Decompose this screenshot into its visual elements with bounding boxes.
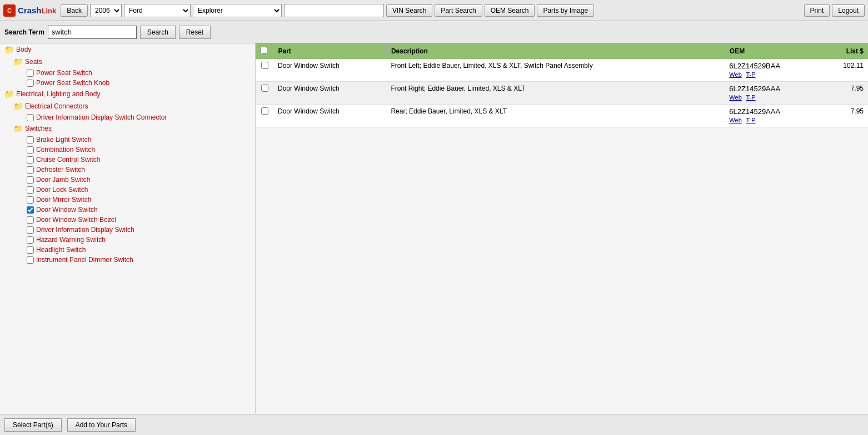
item-combination-switch: Combination Switch — [0, 145, 255, 155]
folder-electrical-connectors[interactable]: 📁 Electrical Connectors — [0, 100, 255, 112]
parts-table-body: Door Window Switch Front Left; Eddie Bau… — [256, 59, 868, 127]
row-checkbox-cell[interactable] — [256, 105, 273, 127]
folder-switches[interactable]: 📁 Switches — [0, 122, 255, 135]
oem-number: 6L2Z14529AAA — [729, 107, 816, 116]
oem-tp-link[interactable]: T-P — [746, 117, 755, 123]
make-select[interactable]: Ford — [124, 4, 191, 17]
select-parts-button[interactable]: Select Part(s) — [4, 418, 62, 432]
checkbox-defroster-switch[interactable] — [27, 166, 34, 174]
label-door-window-switch[interactable]: Door Window Switch — [36, 206, 98, 214]
table-row[interactable]: Door Window Switch Front Left; Eddie Bau… — [256, 59, 868, 82]
search-term-label: Search Term — [4, 28, 44, 36]
folder-electrical[interactable]: 📁 Electrical, Lighting and Body — [0, 88, 255, 100]
model-select[interactable]: Explorer — [193, 4, 282, 17]
folder-electrical-connectors-label[interactable]: Electrical Connectors — [25, 102, 88, 110]
checkbox-headlight-switch[interactable] — [27, 246, 34, 254]
reset-button[interactable]: Reset — [179, 26, 211, 39]
row-price: 102.11 — [821, 59, 868, 82]
label-power-seat-switch[interactable]: Power Seat Switch — [36, 69, 92, 77]
label-door-window-switch-bezel[interactable]: Door Window Switch Bezel — [36, 216, 116, 224]
folder-icon: 📁 — [13, 57, 23, 66]
col-checkbox — [256, 43, 273, 59]
folder-icon: 📁 — [13, 102, 23, 111]
oem-web-link[interactable]: Web — [729, 71, 741, 78]
checkbox-driver-info-display-switch[interactable] — [27, 226, 34, 234]
item-cruise-control-switch: Cruise Control Switch — [0, 155, 255, 165]
checkbox-brake-light-switch[interactable] — [27, 136, 34, 144]
vin-input[interactable] — [284, 4, 384, 17]
row-checkbox-cell[interactable] — [256, 59, 273, 82]
row-description: Front Right; Eddie Bauer, Limited, XLS &… — [386, 82, 725, 105]
table-row[interactable]: Door Window Switch Rear; Eddie Bauer, Li… — [256, 105, 868, 127]
label-door-lock-switch[interactable]: Door Lock Switch — [36, 186, 88, 194]
row-part-name: Door Window Switch — [273, 59, 386, 82]
folder-body[interactable]: 📁 Body — [0, 43, 255, 56]
checkbox-driver-info-display-switch-connector[interactable] — [27, 114, 34, 121]
label-driver-info-display-switch-connector[interactable]: Driver Information Display Switch Connec… — [36, 113, 167, 121]
col-price-header: List $ — [821, 43, 868, 59]
label-cruise-control-switch[interactable]: Cruise Control Switch — [36, 156, 100, 164]
checkbox-door-lock-switch[interactable] — [27, 186, 34, 194]
checkbox-power-seat-switch-knob[interactable] — [27, 80, 34, 87]
oem-web-link[interactable]: Web — [729, 117, 741, 123]
checkbox-hazard-warning-switch[interactable] — [27, 236, 34, 244]
label-door-mirror-switch[interactable]: Door Mirror Switch — [36, 196, 91, 204]
folder-seats[interactable]: 📁 Seats — [0, 56, 255, 68]
part-search-button[interactable]: Part Search — [435, 4, 482, 17]
label-hazard-warning-switch[interactable]: Hazard Warning Switch — [36, 236, 106, 244]
oem-tp-link[interactable]: T-P — [746, 94, 755, 101]
search-button[interactable]: Search — [140, 26, 176, 39]
oem-links: Web T-P — [729, 70, 816, 78]
oem-number: 6L2Z14529AAA — [729, 85, 816, 93]
add-to-parts-button[interactable]: Add to Your Parts — [67, 418, 136, 432]
col-description-header: Description — [386, 43, 725, 59]
checkbox-door-window-switch[interactable] — [27, 206, 34, 214]
label-defroster-switch[interactable]: Defroster Switch — [36, 166, 85, 174]
search-input[interactable] — [48, 26, 137, 39]
row-oem: 6L2Z14529BAA Web T-P — [725, 59, 821, 82]
label-headlight-switch[interactable]: Headlight Switch — [36, 246, 86, 254]
item-brake-light-switch: Brake Light Switch — [0, 135, 255, 145]
year-select[interactable]: 2006 — [90, 4, 122, 17]
header: C CrashLink Back 2006 Ford Explorer VIN … — [0, 0, 868, 21]
checkbox-door-mirror-switch[interactable] — [27, 196, 34, 204]
item-door-lock-switch: Door Lock Switch — [0, 185, 255, 195]
label-driver-info-display-switch[interactable]: Driver Information Display Switch — [36, 226, 134, 234]
vin-search-button[interactable]: VIN Search — [386, 4, 432, 17]
label-brake-light-switch[interactable]: Brake Light Switch — [36, 136, 91, 144]
row-part-name: Door Window Switch — [273, 82, 386, 105]
row-description: Rear; Eddie Bauer, Limited, XLS & XLT — [386, 105, 725, 127]
checkbox-door-window-switch-bezel[interactable] — [27, 216, 34, 224]
row-checkbox[interactable] — [261, 62, 268, 69]
row-checkbox-cell[interactable] — [256, 82, 273, 105]
checkbox-cruise-control-switch[interactable] — [27, 156, 34, 164]
row-checkbox[interactable] — [261, 85, 268, 92]
oem-tp-link[interactable]: T-P — [746, 71, 755, 78]
logout-button[interactable]: Logout — [832, 4, 865, 17]
folder-electrical-label[interactable]: Electrical, Lighting and Body — [16, 90, 100, 98]
checkbox-combination-switch[interactable] — [27, 146, 34, 154]
parts-by-image-button[interactable]: Parts by Image — [537, 4, 594, 17]
folder-body-label[interactable]: Body — [16, 46, 31, 53]
label-instrument-panel-dimmer-switch[interactable]: Instrument Panel Dimmer Switch — [36, 256, 133, 264]
folder-seats-label[interactable]: Seats — [25, 58, 42, 66]
checkbox-power-seat-switch[interactable] — [27, 70, 34, 77]
item-instrument-panel-dimmer-switch: Instrument Panel Dimmer Switch — [0, 255, 255, 265]
item-driver-info-display-switch-connector: Driver Information Display Switch Connec… — [0, 112, 255, 122]
label-door-jamb-switch[interactable]: Door Jamb Switch — [36, 176, 90, 184]
back-button[interactable]: Back — [61, 4, 88, 17]
select-all-checkbox[interactable] — [260, 47, 267, 54]
row-description: Front Left; Eddie Bauer, Limited, XLS & … — [386, 59, 725, 82]
oem-web-link[interactable]: Web — [729, 94, 741, 101]
item-door-jamb-switch: Door Jamb Switch — [0, 175, 255, 185]
table-row[interactable]: Door Window Switch Front Right; Eddie Ba… — [256, 82, 868, 105]
oem-search-button[interactable]: OEM Search — [485, 4, 535, 17]
col-part-header: Part — [273, 43, 386, 59]
folder-switches-label[interactable]: Switches — [25, 125, 52, 132]
label-power-seat-switch-knob[interactable]: Power Seat Switch Knob — [36, 79, 109, 87]
checkbox-door-jamb-switch[interactable] — [27, 176, 34, 184]
row-checkbox[interactable] — [261, 107, 268, 115]
label-combination-switch[interactable]: Combination Switch — [36, 146, 95, 154]
print-button[interactable]: Print — [804, 4, 830, 17]
checkbox-instrument-panel-dimmer-switch[interactable] — [27, 256, 34, 264]
